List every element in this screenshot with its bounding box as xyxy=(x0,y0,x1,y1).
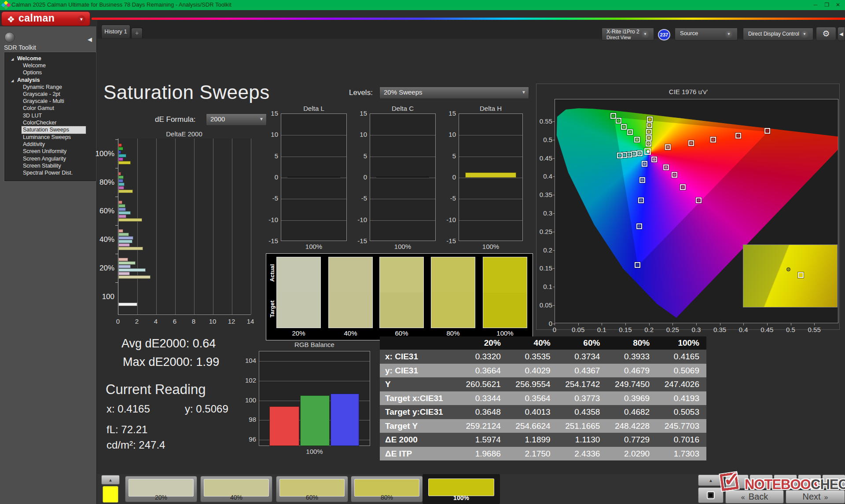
sidebar-item-grayscale-multi[interactable]: Grayscale - Multi xyxy=(5,98,96,105)
meter-count-badge[interactable]: 237 xyxy=(658,29,670,40)
levels-dropdown[interactable]: 20% Sweeps ▼ xyxy=(379,87,529,99)
cie-x-tick: 0.5 xyxy=(782,326,800,333)
swatch-level-label: 100% xyxy=(483,329,527,337)
session-icon-button-2[interactable]: ▣ xyxy=(774,475,797,489)
sidebar-item-saturation-sweeps[interactable]: Saturation Sweeps xyxy=(22,126,86,133)
table-value-cell: 256.9554 xyxy=(508,377,558,391)
swatch-actual xyxy=(329,257,372,292)
fl-reading: fL: 72.21 xyxy=(107,424,147,436)
meter-name: X-Rite i1Pro 2 xyxy=(606,29,639,35)
table-value-cell: 0.3320 xyxy=(458,350,508,364)
table-value-cell: 248.4228 xyxy=(607,419,657,433)
sidebar-item-3d-lut[interactable]: 3D LUT xyxy=(5,112,96,119)
axis-tick-mark xyxy=(553,213,555,214)
cie-measured-marker-red xyxy=(711,138,715,142)
delta_h-y-tick: -5 xyxy=(439,194,456,202)
deltae-bar-yellow xyxy=(118,161,131,164)
session-icon-button-3[interactable]: ∞ xyxy=(798,475,821,489)
sphere-button[interactable] xyxy=(4,32,15,43)
sidebar-item-additivity[interactable]: Additivity xyxy=(5,141,96,148)
sidebar-item-screen-uniformity[interactable]: Screen Uniformity xyxy=(5,148,96,155)
cie-x-tick: 0.35 xyxy=(711,326,729,333)
pattern-button-80%[interactable]: 80% xyxy=(351,476,423,502)
sidebar-item-colorchecker[interactable]: ColorChecker xyxy=(5,119,96,126)
quick-color-swatch[interactable] xyxy=(103,486,118,503)
source-dropdown[interactable]: Source ▼ xyxy=(675,28,738,40)
swatch-target xyxy=(329,292,372,328)
minimize-button[interactable]: ─ xyxy=(811,1,820,9)
calman-logo-icon: ❖ xyxy=(7,14,15,25)
sidebar-collapse-icon[interactable]: ◀ xyxy=(85,35,94,44)
display-control-dropdown[interactable]: Direct Display Control ▼ xyxy=(743,28,813,40)
deltae-bar-red xyxy=(118,258,128,261)
axis-tick-mark xyxy=(115,225,118,226)
pattern-button-40%[interactable]: 40% xyxy=(200,476,272,502)
sidebar-item-screen-stability[interactable]: Screen Stability xyxy=(5,162,96,169)
delta_l-x-label: 100% xyxy=(281,243,347,250)
cie-measured-marker-yellow xyxy=(648,117,652,121)
grid-line xyxy=(281,178,346,178)
sidebar-item-spectral-power-dist-[interactable]: Spectral Power Dist. xyxy=(5,169,96,176)
close-button[interactable]: ✕ xyxy=(833,1,843,9)
sidebar-item-grayscale-2pt[interactable]: Grayscale - 2pt xyxy=(5,91,96,98)
tab-history-1[interactable]: History 1 xyxy=(101,25,130,38)
table-row: x: CIE310.33200.35350.37340.39330.4165 xyxy=(380,350,706,364)
session-scroll-up-button[interactable]: ▲ xyxy=(698,475,724,486)
table-row: ΔE 20001.59741.18991.11300.77290.7016 xyxy=(380,433,706,447)
session-icon-button-0[interactable]: ⚑ xyxy=(725,475,749,489)
table-row: Target x:CIE310.33440.35640.37730.39690.… xyxy=(380,391,706,405)
maximize-button[interactable]: ❐ xyxy=(822,1,832,9)
grid-line xyxy=(175,139,176,314)
panel-collapse-button[interactable]: ◀ xyxy=(838,27,845,41)
chevron-down-icon: ▼ xyxy=(522,90,526,95)
pattern-label: 40% xyxy=(201,494,272,501)
sidebar-item-luminance-sweeps[interactable]: Luminance Sweeps xyxy=(5,134,96,141)
pattern-button-20%[interactable]: 20% xyxy=(125,476,197,502)
table-header-cell: 60% xyxy=(558,336,607,350)
table-value-cell: 0.5069 xyxy=(657,364,706,378)
table-value-cell: 245.7703 xyxy=(657,419,706,433)
stop-button[interactable] xyxy=(698,487,724,503)
table-row-label: Y xyxy=(380,377,458,391)
sidebar-item-dynamic-range[interactable]: Dynamic Range xyxy=(5,84,96,91)
settings-button[interactable]: ⚙ xyxy=(816,27,836,41)
deltae-x-tick: 10 xyxy=(206,318,219,325)
measurement-table: 20%40%60%80%100%x: CIE310.33200.35350.37… xyxy=(380,336,706,460)
pattern-button-100%[interactable]: 100% xyxy=(425,476,497,502)
meter-dropdown[interactable]: X-Rite i1Pro 2 Direct View ▼ xyxy=(602,28,654,40)
actual-target-swatch-strip: ActualTarget20%40%60%80%100% xyxy=(266,253,533,340)
axis-tick-mark xyxy=(649,323,650,325)
delta_c-y-tick: -15 xyxy=(350,237,367,245)
sidebar-group-welcome[interactable]: Welcome◢ xyxy=(5,55,96,62)
cie-measured-marker-blue xyxy=(636,263,639,267)
add-tab-button[interactable]: + xyxy=(131,28,143,38)
session-icon-button-4[interactable]: ↻ xyxy=(822,475,845,489)
pattern-scroll-up-button[interactable]: ▲ xyxy=(101,475,120,485)
pattern-button-60%[interactable]: 60% xyxy=(276,476,348,502)
meter-status-stripe xyxy=(603,29,605,39)
calman-menu-button[interactable]: ❖ calman ▼ xyxy=(1,11,90,26)
session-icon-button-1[interactable]: ▶ xyxy=(749,475,773,489)
delta_c-y-tick: -10 xyxy=(350,216,367,223)
table-value-cell: 0.3933 xyxy=(607,350,657,364)
grid-line xyxy=(259,361,370,362)
meter-mode: Direct View xyxy=(606,35,631,40)
sidebar-item-welcome[interactable]: Welcome xyxy=(5,62,96,69)
chevron-right-icon: » xyxy=(824,493,828,501)
table-value-cell: 2.0290 xyxy=(607,447,657,461)
table-value-cell: 1.1899 xyxy=(508,433,558,447)
tree-expander-icon[interactable]: ◢ xyxy=(11,56,14,62)
arrow-up-icon: ▲ xyxy=(108,478,113,482)
sidebar-group-analysis[interactable]: Analysis◢ xyxy=(5,77,96,84)
sidebar-item-screen-angularity[interactable]: Screen Angularity xyxy=(5,155,96,162)
sidebar-item-color-gamut[interactable]: Color Gamut xyxy=(5,105,96,112)
sidebar-item-options[interactable]: Options xyxy=(5,69,96,76)
delta_l-bar xyxy=(287,177,340,178)
current-reading-title: Current Reading xyxy=(106,382,206,398)
next-button[interactable]: Next» xyxy=(786,490,845,504)
chevron-down-icon[interactable]: ▼ xyxy=(77,15,85,23)
tree-expander-icon[interactable]: ◢ xyxy=(11,78,14,84)
de-formula-dropdown[interactable]: 2000 ▼ xyxy=(206,113,267,126)
back-button[interactable]: «Back xyxy=(725,490,784,504)
axis-tick-mark xyxy=(625,323,626,325)
